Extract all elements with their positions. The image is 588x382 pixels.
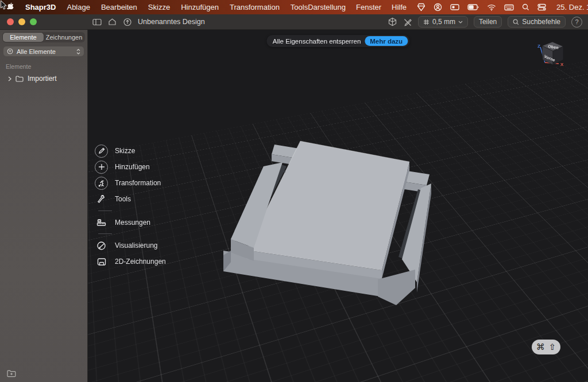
zoom-button[interactable] xyxy=(30,18,37,25)
isometric-view-icon[interactable] xyxy=(388,17,397,26)
pencil-icon xyxy=(95,145,108,158)
export-icon[interactable] xyxy=(123,18,132,26)
account-status-icon[interactable] xyxy=(434,3,442,11)
spotlight-search-icon[interactable] xyxy=(522,3,529,11)
plus-icon xyxy=(95,161,108,174)
menu-darstellung[interactable]: Darstellung xyxy=(308,3,346,11)
tool-messungen[interactable]: Messungen xyxy=(95,216,150,229)
search-commands-button[interactable]: Suchbefehle xyxy=(508,16,566,28)
help-button[interactable]: ? xyxy=(571,17,582,28)
items-filter-dropdown[interactable]: Alle Elemente xyxy=(3,46,84,56)
menu-app-name[interactable]: Shapr3D xyxy=(25,3,56,11)
sheet-icon xyxy=(95,255,108,268)
battery-status-icon xyxy=(467,4,479,10)
folder-plus-icon xyxy=(7,370,16,377)
tool-2d-zeichnungen[interactable]: 2D-Zeichnungen xyxy=(95,255,166,268)
title-bar: Unbenanntes Design 0,5 mm Teilen Suchbef… xyxy=(0,14,588,30)
filter-icon xyxy=(7,48,13,54)
model-3d-body[interactable] xyxy=(88,30,588,382)
share-button[interactable]: Teilen xyxy=(474,16,502,28)
axis-z-label: Z xyxy=(537,44,540,49)
tool-hinzufuegen[interactable]: Hinzufügen xyxy=(95,160,150,174)
tool-menu-divider xyxy=(98,211,112,211)
chevron-down-icon xyxy=(458,21,463,24)
shapr3d-window: { "menu_bar": { "app_name": "Shapr3D", "… xyxy=(0,0,588,382)
keyboard-status-icon[interactable] xyxy=(504,4,514,11)
axis-x-label: X xyxy=(560,62,564,67)
menu-hinzufuegen[interactable]: Hinzufügen xyxy=(181,3,219,11)
control-center-icon[interactable] xyxy=(537,3,546,11)
minimize-button[interactable] xyxy=(18,18,25,25)
document-title[interactable]: Unbenanntes Design xyxy=(138,18,205,26)
sidebar-toggle-icon[interactable] xyxy=(92,18,102,26)
command-key-icon: ⌘ xyxy=(536,342,545,352)
viewport-canvas[interactable]: Alle Eigenschaften entsperren Mehr dazu … xyxy=(88,30,588,382)
window-controls xyxy=(7,18,88,25)
search-icon xyxy=(513,19,519,25)
menu-transformation[interactable]: Transformation xyxy=(230,3,280,11)
tool-visualisierung[interactable]: Visualisierung xyxy=(95,239,158,252)
grid-size-value: 0,5 mm xyxy=(432,18,455,26)
display-status-icon[interactable] xyxy=(450,3,459,11)
chevron-right-icon xyxy=(8,76,11,81)
mehr-dazu-button[interactable]: Mehr dazu xyxy=(365,36,408,46)
updown-chevrons-icon xyxy=(76,49,80,54)
orientation-cube[interactable]: Z X Oben Vorne xyxy=(531,34,582,76)
banner-message: Alle Eigenschaften entsperren xyxy=(273,38,361,45)
tool-transformation[interactable]: Transformation xyxy=(95,176,161,190)
shapr3d-status-icon[interactable] xyxy=(417,3,425,11)
tool-skizze[interactable]: Skizze xyxy=(95,144,135,158)
tree-item-importiert[interactable]: Importiert xyxy=(8,75,87,83)
tab-elemente[interactable]: Elemente xyxy=(3,33,44,42)
tool-tools[interactable]: Tools xyxy=(95,192,131,206)
menu-bearbeiten[interactable]: Bearbeiten xyxy=(101,3,137,11)
brush-icon xyxy=(95,239,108,252)
sidebar-section-label: Elemente xyxy=(6,63,87,70)
shift-key-icon: ⇧ xyxy=(549,342,556,352)
folder-icon xyxy=(16,76,24,82)
menu-skizze[interactable]: Skizze xyxy=(148,3,170,11)
tool-menu-divider xyxy=(98,233,112,234)
hammer-icon xyxy=(95,193,108,206)
tab-zeichnungen[interactable]: Zeichnungen xyxy=(44,33,84,42)
apple-menu-icon[interactable] xyxy=(7,3,14,11)
close-button[interactable] xyxy=(7,18,14,25)
unlock-properties-banner: Alle Eigenschaften entsperren Mehr dazu xyxy=(266,35,409,47)
home-icon[interactable] xyxy=(108,18,117,26)
menu-fenster[interactable]: Fenster xyxy=(356,3,381,11)
move-icon xyxy=(95,177,108,190)
menu-clock[interactable]: 25. Dez. 19:48 xyxy=(556,3,588,11)
sidebar-tabs: Elemente Zeichnungen xyxy=(2,32,85,42)
caliper-icon xyxy=(95,216,108,229)
menu-tools[interactable]: Tools xyxy=(291,3,308,11)
wifi-status-icon[interactable] xyxy=(487,4,496,11)
new-folder-button[interactable] xyxy=(7,370,16,377)
modifier-keys-indicator[interactable]: ⌘ ⇧ xyxy=(532,340,560,354)
items-sidebar: Elemente Zeichnungen Alle Elemente Eleme… xyxy=(0,30,88,382)
menu-ablage[interactable]: Ablage xyxy=(67,3,90,11)
menu-bar: Shapr3D Ablage Bearbeiten Skizze Hinzufü… xyxy=(0,0,588,14)
grid-snap-control[interactable]: 0,5 mm xyxy=(418,16,468,28)
menu-hilfe[interactable]: Hilfe xyxy=(392,3,407,11)
sketch-visibility-icon[interactable] xyxy=(403,18,412,26)
